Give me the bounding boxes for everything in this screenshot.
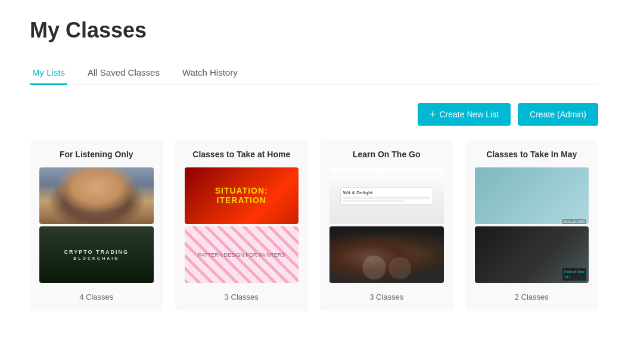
tab-my-lists[interactable]: My Lists [30, 61, 67, 85]
card-images: SITUATION:ITERATION PATTERN DESIGN FOR P… [185, 167, 299, 283]
tabs-container: My Lists All Saved Classes Watch History [30, 61, 598, 85]
tab-all-saved[interactable]: All Saved Classes [85, 61, 162, 85]
list-card-at-home[interactable]: Classes to Take at Home SITUATION:ITERAT… [175, 140, 309, 311]
card-title: Classes to Take In May [486, 150, 577, 159]
card-image-1: SITUATION:ITERATION [185, 167, 299, 224]
card-images: Wit & Delight [329, 167, 444, 283]
cards-grid: For Listening Only CRYPTO TRADING BLOCKC… [30, 140, 598, 311]
page-container: My Classes My Lists All Saved Classes Wa… [0, 0, 628, 329]
list-card-on-the-go[interactable]: Learn On The Go Wit & Delight [320, 140, 453, 311]
card-title: Classes to Take at Home [192, 150, 290, 159]
card-image-2: CRYPTO TRADING BLOCKCHAIN [39, 226, 154, 283]
card-count: 3 Classes [225, 293, 259, 301]
card-image-2: Field of View101 [475, 226, 589, 283]
card-title: For Listening Only [60, 150, 133, 159]
card-image-1 [39, 167, 154, 224]
card-count: 3 Classes [369, 293, 403, 301]
list-card-for-listening[interactable]: For Listening Only CRYPTO TRADING BLOCKC… [30, 140, 163, 311]
create-admin-button[interactable]: Create (Admin) [518, 103, 598, 126]
card-image-2 [329, 226, 444, 283]
card-image-1: Wit & Delight [329, 167, 444, 224]
card-count: 2 Classes [515, 293, 549, 301]
tab-watch-history[interactable]: Watch History [180, 61, 240, 85]
card-images: CRYPTO TRADING BLOCKCHAIN [39, 167, 154, 283]
actions-row: + Create New List Create (Admin) [30, 103, 598, 126]
plus-icon: + [430, 109, 436, 120]
card-images: SKILLSHARE Field of View101 [475, 167, 589, 283]
card-image-2: PATTERN DESIGN FOR PAINTERS [185, 226, 299, 283]
page-title: My Classes [30, 18, 598, 43]
card-image-1: SKILLSHARE [475, 167, 589, 224]
card-title: Learn On The Go [353, 150, 421, 159]
card-count: 4 Classes [79, 293, 113, 301]
list-card-in-may[interactable]: Classes to Take In May SKILLSHARE Field … [465, 140, 599, 311]
crypto-text: CRYPTO TRADING BLOCKCHAIN [39, 226, 154, 283]
create-new-list-label: Create New List [439, 110, 499, 119]
create-new-list-button[interactable]: + Create New List [418, 103, 511, 126]
